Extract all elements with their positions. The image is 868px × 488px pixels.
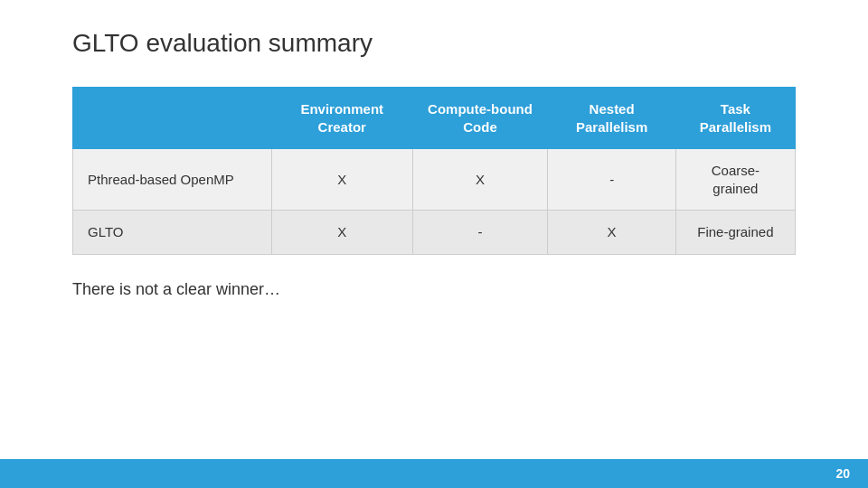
col-header-task-parallelism: Task Parallelism — [675, 88, 795, 149]
row2-env-creator: X — [272, 211, 413, 255]
main-content: GLTO evaluation summary Environment Crea… — [0, 0, 868, 459]
row1-name: Pthread-based OpenMP — [73, 149, 272, 211]
row1-env-creator: X — [272, 149, 413, 211]
row2-task-parallelism: Fine-grained — [675, 211, 795, 255]
page-title: GLTO evaluation summary — [72, 29, 796, 58]
row1-task-parallelism: Coarse-grained — [675, 149, 795, 211]
summary-table: Environment Creator Compute-bound Code N… — [72, 87, 796, 255]
row2-name: GLTO — [73, 211, 272, 255]
col-header-nested-parallelism: Nested Parallelism — [548, 88, 675, 149]
page-number: 20 — [835, 466, 850, 481]
col-header-name — [73, 88, 272, 149]
table-header-row: Environment Creator Compute-bound Code N… — [73, 88, 796, 149]
row2-nested-parallelism: X — [548, 211, 675, 255]
row2-compute-bound: - — [412, 211, 548, 255]
table-row: Pthread-based OpenMP X X - Coarse-graine… — [73, 149, 796, 211]
row1-nested-parallelism: - — [548, 149, 675, 211]
table-wrapper: Environment Creator Compute-bound Code N… — [72, 87, 796, 255]
col-header-compute-bound: Compute-bound Code — [412, 88, 548, 149]
table-row: GLTO X - X Fine-grained — [73, 211, 796, 255]
footer-text: There is not a clear winner… — [72, 280, 796, 299]
row1-compute-bound: X — [412, 149, 548, 211]
bottom-bar: 20 — [0, 459, 868, 488]
page-container: GLTO evaluation summary Environment Crea… — [0, 0, 868, 488]
col-header-env-creator: Environment Creator — [272, 88, 413, 149]
